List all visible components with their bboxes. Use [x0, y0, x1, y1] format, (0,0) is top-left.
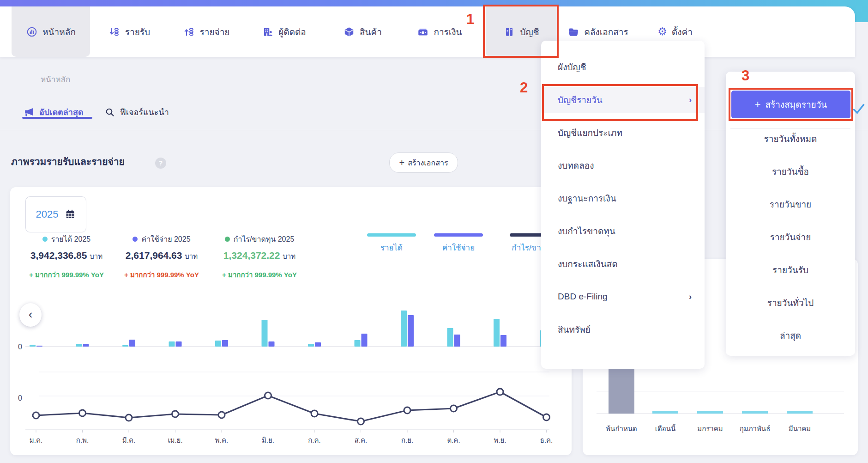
nav-label: ตั้งค่า	[672, 25, 693, 39]
chevron-right-icon: ›	[689, 292, 692, 302]
month-label: ก.ค.	[308, 436, 320, 444]
profit-line	[36, 392, 547, 421]
chart-prev-button[interactable]: ‹	[19, 303, 42, 327]
menu-item-chart-of-accounts[interactable]: ผังบัญชี	[541, 54, 705, 80]
month-label: เม.ย.	[168, 436, 182, 444]
line-point	[126, 414, 132, 421]
line-point	[497, 389, 503, 395]
annotation-number-1: 1	[466, 11, 474, 28]
products-icon	[343, 26, 355, 38]
expense-bar	[500, 335, 506, 347]
create-journal-button[interactable]: + สร้างสมุดรายวัน	[731, 91, 850, 118]
income-expense-chart: 00ม.ค.ก.พ.มี.ค.เม.ย.พ.ค.มิ.ย.ก.ค.ส.ค.ก.ย…	[10, 187, 572, 455]
income-icon	[108, 26, 121, 38]
documents-icon	[567, 26, 579, 38]
menu-label: งบกระแสเงินสด	[558, 257, 618, 271]
month-label: ธ.ค.	[540, 436, 553, 444]
income-bar	[494, 319, 500, 347]
line-point	[311, 410, 318, 417]
month-label: ม.ค.	[30, 436, 42, 444]
income-bar	[169, 341, 175, 347]
submenu-label: รายวันทั้งหมด	[764, 132, 817, 146]
nav-label: ผู้ติดต่อ	[278, 25, 306, 39]
submenu-item-payment-journal[interactable]: รายวันจ่าย	[726, 225, 855, 249]
journal-submenu: + สร้างสมุดรายวัน รายวันทั้งหมด รายวันซื…	[726, 72, 855, 356]
submenu-item-all-journals[interactable]: รายวันทั้งหมด	[726, 127, 855, 150]
month-label: พ.ค.	[215, 436, 228, 444]
help-icon[interactable]: ?	[155, 158, 166, 169]
nav-label: คลังเอกสาร	[584, 25, 628, 39]
menu-label: บัญชีแยกประเภท	[558, 126, 622, 140]
nav-item-income[interactable]: รายรับ	[90, 6, 169, 57]
submenu-label: รายวันซื้อ	[772, 164, 809, 178]
submenu-label: รายวันทั่วไป	[767, 296, 814, 310]
month-label: ก.ย.	[401, 436, 413, 444]
overview-card: 2025 รายได้ 2025 3,942,336.85 บาท + มากก…	[10, 187, 572, 455]
create-document-button[interactable]: + สร้างเอกสาร	[389, 152, 458, 173]
nav-item-products[interactable]: สินค้า	[323, 6, 402, 57]
expense-bar	[36, 346, 42, 347]
submenu-item-receipt-journal[interactable]: รายวันรับ	[726, 258, 855, 281]
bar-zero-tick: 0	[18, 343, 22, 351]
month-label: ส.ค.	[355, 436, 368, 444]
expense-bar	[269, 341, 275, 347]
aging-bar	[697, 411, 723, 414]
expense-bar	[362, 334, 368, 347]
line-point	[172, 411, 179, 417]
nav-item-home[interactable]: หน้าหลัก	[12, 6, 90, 57]
menu-item-dbd-efiling[interactable]: DBD e-Filing ›	[541, 284, 705, 310]
aging-bar	[652, 411, 678, 414]
nav-label: บัญชี	[520, 25, 539, 39]
create-journal-label: สร้างสมุดรายวัน	[765, 97, 827, 111]
nav-item-contacts[interactable]: ผู้ติดต่อ	[245, 6, 323, 57]
line-point	[265, 392, 271, 399]
menu-label: DBD e-Filing	[558, 292, 608, 302]
submenu-item-latest[interactable]: ล่าสุด	[726, 324, 855, 347]
menu-label: งบทดลอง	[558, 158, 594, 172]
line-point	[33, 412, 39, 419]
month-label: มิ.ย.	[262, 436, 274, 444]
chevron-right-icon: ›	[689, 95, 692, 105]
expense-bar	[129, 340, 135, 347]
income-bar	[122, 345, 128, 347]
nav-label: รายรับ	[125, 25, 150, 39]
expense-bar	[315, 342, 321, 347]
tab-recommended-features[interactable]: ฟีเจอร์แนะนำ	[104, 105, 169, 119]
aging-label: มีนาคม	[789, 425, 811, 433]
menu-item-assets[interactable]: สินทรัพย์	[541, 317, 705, 342]
plus-icon: +	[755, 98, 761, 110]
nav-label: สินค้า	[360, 25, 382, 39]
menu-item-general-ledger[interactable]: บัญชีแยกประเภท	[541, 120, 705, 146]
income-bar	[215, 341, 221, 347]
submenu-label: ล่าสุด	[780, 329, 801, 342]
menu-item-financial-position[interactable]: งบฐานะการเงิน	[541, 185, 705, 211]
menu-item-daily-journal[interactable]: บัญชีรายวัน ›	[541, 87, 705, 113]
megaphone-icon	[23, 106, 35, 118]
accounting-icon	[503, 26, 515, 38]
line-point	[451, 405, 457, 412]
menu-item-cash-flow[interactable]: งบกระแสเงินสด	[541, 251, 705, 277]
submenu-item-general-journal[interactable]: รายวันทั่วไป	[726, 291, 855, 314]
annotation-number-3: 3	[741, 67, 749, 84]
aging-bar	[742, 411, 768, 414]
menu-item-profit-loss[interactable]: งบกำไรขาดทุน	[541, 218, 705, 244]
nav-label: การเงิน	[434, 25, 462, 39]
submenu-label: รายวันจ่าย	[770, 230, 811, 244]
submenu-item-sales-journal[interactable]: รายวันขาย	[726, 193, 855, 216]
page-title: ภาพรวมรายรับและรายจ่าย	[11, 154, 125, 169]
nav-item-expense[interactable]: รายจ่าย	[167, 6, 246, 57]
expense-bar	[222, 340, 228, 347]
aging-label: เดือนนี้	[655, 424, 676, 433]
checkmark-icon	[852, 103, 865, 116]
income-bar	[308, 344, 314, 347]
line-zero-tick: 0	[18, 394, 22, 402]
month-label: พ.ย.	[494, 436, 506, 444]
income-bar	[76, 344, 82, 347]
line-point	[404, 407, 410, 414]
month-label: มี.ค.	[122, 436, 135, 444]
plus-icon: +	[399, 158, 405, 168]
income-bar	[262, 320, 268, 347]
submenu-item-purchase-journal[interactable]: รายวันซื้อ	[726, 160, 855, 183]
income-bar	[355, 340, 361, 347]
menu-item-trial-balance[interactable]: งบทดลอง	[541, 152, 705, 178]
